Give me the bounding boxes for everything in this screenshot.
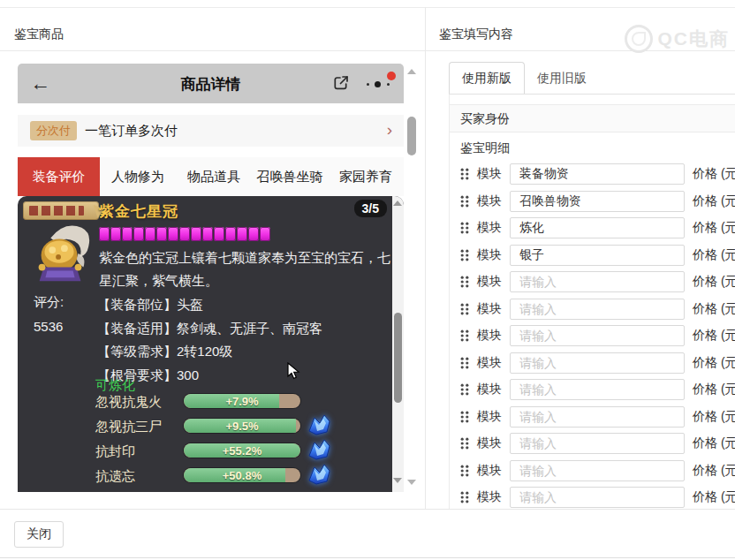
module-label: 模块 xyxy=(477,220,502,236)
price-label: 价格 (元) xyxy=(693,274,735,290)
drag-handle-icon[interactable] xyxy=(460,465,469,477)
module-input[interactable] xyxy=(510,271,685,292)
appraisal-dialog: 鉴宝商品 ← 商品详情 分次付 一笔订单多 xyxy=(0,0,735,560)
item-tab[interactable]: 物品道具 xyxy=(176,157,252,196)
module-input[interactable] xyxy=(510,299,685,320)
module-input[interactable] xyxy=(510,163,685,185)
module-label: 模块 xyxy=(477,301,502,317)
form-tabs: 使用新版使用旧版 xyxy=(449,62,599,95)
price-label: 价格 (元) xyxy=(693,247,735,263)
drag-handle-icon[interactable] xyxy=(460,249,469,261)
dialog-footer: 关闭 xyxy=(0,509,735,558)
module-input[interactable] xyxy=(510,406,685,428)
refinable-label: 可炼化 xyxy=(95,377,135,394)
score-label: 评分: xyxy=(34,294,64,311)
stat-value: +9.5% xyxy=(184,420,300,433)
drag-handle-icon[interactable] xyxy=(460,222,469,234)
stat-value: +55.2% xyxy=(184,444,300,458)
module-input[interactable] xyxy=(510,325,685,346)
watermark-text: QC电商 xyxy=(658,26,731,51)
module-label: 模块 xyxy=(477,193,502,209)
left-pane-scrollbar[interactable] xyxy=(405,65,418,492)
drag-handle-icon[interactable] xyxy=(460,411,469,423)
scroll-down-icon[interactable] xyxy=(407,480,416,485)
module-input[interactable] xyxy=(510,487,685,508)
stat-value: +7.9% xyxy=(184,395,300,408)
item-tab[interactable]: 人物修为 xyxy=(100,157,176,196)
price-label: 价格 (元) xyxy=(693,355,735,371)
installment-banner[interactable]: 分次付 一笔订单多次付 › xyxy=(18,115,404,147)
share-icon[interactable] xyxy=(331,73,351,93)
module-row: 模块 价格 (元) xyxy=(450,430,735,458)
more-options-icon[interactable] xyxy=(367,81,390,88)
drag-handle-icon[interactable] xyxy=(460,357,469,369)
module-input[interactable] xyxy=(510,379,685,400)
crown-item-icon xyxy=(27,219,95,288)
module-input[interactable] xyxy=(510,352,685,374)
blue-crystal-icon xyxy=(306,463,332,486)
gem-icon xyxy=(122,227,133,241)
gem-row xyxy=(99,227,270,241)
drag-handle-icon[interactable] xyxy=(460,195,469,208)
module-input[interactable] xyxy=(510,217,685,238)
gem-icon xyxy=(225,227,236,241)
drag-handle-icon[interactable] xyxy=(460,303,469,315)
module-row: 模块 价格 (元) xyxy=(450,322,735,350)
stat-label: 抗封印 xyxy=(95,443,135,458)
gem-icon xyxy=(214,227,224,241)
module-input[interactable] xyxy=(510,191,685,212)
item-attribute-line: 【装备适用】祭剑魂、无涯子、南冠客 xyxy=(97,317,322,341)
module-input[interactable] xyxy=(510,460,685,481)
drag-handle-icon[interactable] xyxy=(460,168,469,180)
stat-row: 抗遗忘 +50.8% xyxy=(18,468,404,483)
stat-value: +50.8% xyxy=(184,469,300,482)
scroll-down-icon[interactable] xyxy=(393,478,402,483)
module-input[interactable] xyxy=(510,245,685,266)
price-label: 价格 (元) xyxy=(693,435,735,451)
module-row: 模块 价格 (元) xyxy=(450,215,735,242)
outer-scrollbar-thumb[interactable] xyxy=(407,117,416,155)
item-tab[interactable]: 家园养育 xyxy=(328,157,404,196)
left-pane-product: 鉴宝商品 ← 商品详情 分次付 一笔订单多 xyxy=(0,7,425,509)
scroll-up-icon[interactable] xyxy=(393,201,402,206)
inner-scrollbar-thumb[interactable] xyxy=(394,313,402,403)
item-description: 紫金色的宝冠上镶着七颗道家奉为至宝的宝石，七星汇聚，紫气横生。 xyxy=(99,246,394,292)
item-name: 紫金七星冠 xyxy=(99,201,178,222)
inner-scrollbar[interactable] xyxy=(392,196,404,492)
installment-text: 一笔订单多次付 xyxy=(85,123,178,140)
price-label: 价格 (元) xyxy=(693,193,735,209)
buyer-identity-header[interactable]: 买家身份 xyxy=(450,104,735,132)
drag-handle-icon[interactable] xyxy=(460,329,469,342)
gem-icon xyxy=(133,227,144,241)
form-tab[interactable]: 使用旧版 xyxy=(525,62,599,95)
drag-handle-icon[interactable] xyxy=(460,491,469,503)
right-pane-title: 鉴宝填写内容 xyxy=(439,26,513,42)
price-label: 价格 (元) xyxy=(693,489,735,505)
price-label: 价格 (元) xyxy=(693,463,735,479)
module-row: 模块 价格 (元) xyxy=(450,161,735,188)
drag-handle-icon[interactable] xyxy=(460,437,469,450)
score-value: 5536 xyxy=(34,319,63,334)
price-label: 价格 (元) xyxy=(693,220,735,236)
stat-row: 忽视抗鬼火 +7.9% xyxy=(18,394,404,409)
stat-row: 忽视抗三尸 +9.5% xyxy=(18,419,404,434)
scroll-up-icon[interactable] xyxy=(407,69,416,74)
drag-handle-icon[interactable] xyxy=(460,276,469,288)
item-attribute-line: 【装备部位】头盔 xyxy=(97,293,322,317)
close-button[interactable]: 关闭 xyxy=(14,521,64,548)
form-tab[interactable]: 使用新版 xyxy=(449,62,525,95)
module-label: 模块 xyxy=(477,409,502,425)
drag-handle-icon[interactable] xyxy=(460,383,469,396)
module-input[interactable] xyxy=(510,433,685,454)
gem-icon xyxy=(202,227,213,241)
left-pane-title: 鉴宝商品 xyxy=(14,26,64,42)
module-label: 模块 xyxy=(477,247,502,263)
dialog-bottom-border xyxy=(0,557,735,558)
price-label: 价格 (元) xyxy=(693,382,735,397)
form-body: 买家身份 鉴宝明细 模块 价格 (元) 模块 价格 (元) xyxy=(449,95,735,509)
module-row: 模块 价格 (元) xyxy=(450,484,735,509)
stat-row: 抗封印 +55.2% xyxy=(18,443,404,458)
item-tab[interactable]: 召唤兽坐骑 xyxy=(252,157,328,196)
item-tab[interactable]: 装备评价 xyxy=(18,157,100,196)
module-row: 模块 价格 (元) xyxy=(450,350,735,377)
